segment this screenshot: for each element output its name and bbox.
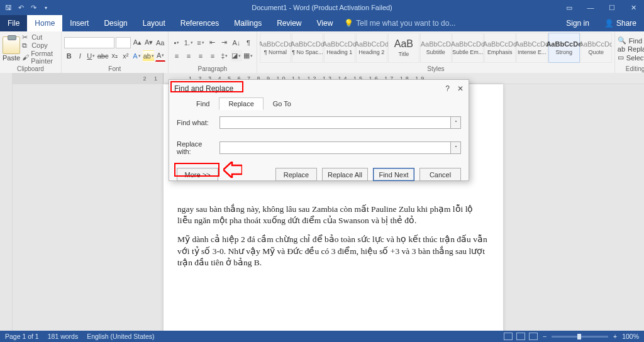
highlight-button[interactable]: ab — [143, 50, 154, 62]
copy-button[interactable]: ⧉Copy — [22, 41, 58, 49]
cancel-button[interactable]: Cancel — [419, 168, 461, 181]
group-label-styles: Styles — [260, 65, 612, 73]
style-chip[interactable]: AaBbCcDdQuote — [580, 33, 612, 63]
select-button[interactable]: ▭Select▾ — [618, 53, 644, 62]
sign-in-link[interactable]: Sign in — [558, 19, 597, 28]
tab-mailings[interactable]: Mailings — [226, 15, 269, 31]
minimize-button[interactable]: — — [580, 0, 601, 15]
share-button[interactable]: 👤Share — [597, 19, 644, 28]
replace-all-button[interactable]: Replace All — [322, 168, 368, 181]
replace-with-input[interactable] — [219, 141, 451, 154]
bullets-button[interactable]: • — [171, 37, 182, 48]
find-dropdown[interactable]: ˅ — [451, 116, 461, 129]
subscript-button[interactable]: x₂ — [110, 50, 120, 62]
dialog-titlebar[interactable]: Find and Replace ? ✕ — [169, 80, 469, 97]
tab-review[interactable]: Review — [269, 15, 309, 31]
paragraph-text[interactable]: Mỹ dành cả hiệp 2 đá cầm chừng chỉ để bả… — [177, 234, 489, 268]
style-chip[interactable]: AaBTitle — [388, 33, 419, 63]
replace-action-button[interactable]: Replace — [275, 168, 317, 181]
read-mode-icon[interactable] — [504, 333, 513, 340]
style-chip[interactable]: AaBbCcDd¶ No Spac... — [292, 33, 323, 63]
maximize-button[interactable]: ☐ — [601, 0, 623, 15]
align-right-button[interactable]: ≡ — [195, 50, 206, 62]
text-effects-button[interactable]: A — [132, 50, 142, 62]
styles-gallery[interactable]: AaBbCcDd¶ NormalAaBbCcDd¶ No Spac...AaBb… — [260, 33, 612, 63]
style-chip[interactable]: AaBbCcDd¶ Normal — [260, 33, 291, 63]
zoom-slider[interactable] — [552, 336, 608, 338]
style-chip[interactable]: AaBbCcDdSubtle Em... — [452, 33, 484, 63]
font-color-button[interactable]: A — [155, 50, 165, 62]
tell-me-search[interactable]: 💡 Tell me what you want to do... — [344, 15, 455, 31]
replace-button[interactable]: abReplace — [618, 45, 644, 53]
align-left-button[interactable]: ≡ — [171, 50, 182, 62]
zoom-level[interactable]: 100% — [622, 333, 639, 340]
strikethrough-button[interactable]: abc — [97, 50, 109, 62]
status-words[interactable]: 181 words — [48, 333, 78, 340]
shrink-font-button[interactable]: A▾ — [144, 37, 154, 48]
borders-button[interactable]: ▦ — [243, 50, 254, 62]
style-chip[interactable]: AaBbCcDdEmphasis — [484, 33, 516, 63]
document-area[interactable]: 2 1 1 2 3 4 5 6 7 8 9 10 11 12 13 14 15 … — [13, 73, 644, 331]
save-icon[interactable]: 🖫 — [4, 3, 13, 12]
help-icon[interactable]: ? — [445, 84, 450, 93]
tab-view[interactable]: View — [309, 15, 341, 31]
tab-home[interactable]: Home — [27, 15, 62, 31]
tab-references[interactable]: References — [173, 15, 226, 31]
ribbon-options-icon[interactable]: ▭ — [558, 0, 580, 15]
paragraph-text[interactable]: ngay sau bàn thắng này, không lâu sau Za… — [177, 204, 489, 226]
format-painter-button[interactable]: 🖌Format Painter — [22, 50, 58, 65]
status-language[interactable]: English (United States) — [87, 333, 154, 340]
multilevel-button[interactable]: ≡ — [195, 37, 206, 48]
qat-customize-icon[interactable]: ▾ — [42, 3, 50, 12]
justify-button[interactable]: ≡ — [207, 50, 218, 62]
style-chip[interactable]: AaBbCcDdIntense E... — [516, 33, 548, 63]
show-marks-button[interactable]: ¶ — [243, 37, 254, 48]
more-button[interactable]: More >> — [177, 168, 218, 181]
find-next-button[interactable]: Find Next — [373, 168, 414, 181]
find-label: Find — [629, 37, 642, 45]
numbering-button[interactable]: 1. — [183, 37, 194, 48]
superscript-button[interactable]: x² — [121, 50, 131, 62]
tab-design[interactable]: Design — [96, 15, 135, 31]
tab-goto-dlg[interactable]: Go To — [264, 97, 301, 110]
font-size-combo[interactable] — [116, 37, 131, 48]
grow-font-button[interactable]: A▴ — [132, 37, 142, 48]
undo-icon[interactable]: ↶ — [16, 3, 25, 12]
replace-dropdown[interactable]: ˅ — [451, 141, 461, 154]
align-center-button[interactable]: ≡ — [183, 50, 194, 62]
underline-button[interactable]: U — [86, 50, 96, 62]
style-chip[interactable]: AaBbCcDSubtitle — [420, 33, 452, 63]
redo-icon[interactable]: ↷ — [29, 3, 38, 12]
paste-button[interactable]: Paste — [3, 36, 20, 62]
increase-indent-button[interactable]: ⇥ — [219, 37, 230, 48]
decrease-indent-button[interactable]: ⇤ — [207, 37, 218, 48]
italic-button[interactable]: I — [75, 50, 85, 62]
tab-find-dlg[interactable]: Find — [187, 97, 219, 110]
find-what-input[interactable] — [219, 116, 451, 129]
tab-file[interactable]: File — [0, 15, 27, 31]
tab-insert[interactable]: Insert — [62, 15, 96, 31]
font-family-combo[interactable] — [64, 37, 115, 48]
web-layout-icon[interactable] — [529, 333, 538, 340]
style-chip[interactable]: AaBbCcDdHeading 1 — [324, 33, 355, 63]
style-chip[interactable]: AaBbCcDdHeading 2 — [356, 33, 387, 63]
line-spacing-button[interactable]: ‡ — [219, 50, 230, 62]
zoom-in-button[interactable]: + — [613, 333, 617, 340]
bold-button[interactable]: B — [64, 50, 74, 62]
find-button[interactable]: 🔍Find▾ — [618, 36, 644, 45]
close-button[interactable]: ✕ — [623, 0, 644, 15]
style-chip[interactable]: AaBbCcDcStrong — [548, 33, 580, 63]
shading-button[interactable]: ◪ — [231, 50, 242, 62]
zoom-out-button[interactable]: − — [543, 333, 547, 340]
tab-layout[interactable]: Layout — [135, 15, 173, 31]
sort-button[interactable]: A↓ — [231, 37, 242, 48]
cut-button[interactable]: ✂Cut — [22, 33, 58, 41]
status-page[interactable]: Page 1 of 1 — [5, 333, 39, 340]
change-case-button[interactable]: Aa — [155, 37, 165, 48]
tab-replace-dlg[interactable]: Replace — [219, 97, 263, 110]
ruler-left: 2 1 — [13, 73, 164, 84]
group-paragraph: • 1. ≡ ⇤ ⇥ A↓ ¶ ≡ ≡ ≡ ≡ ‡ ◪ ▦ Paragraph — [169, 31, 257, 74]
print-layout-icon[interactable] — [516, 333, 525, 340]
close-icon[interactable]: ✕ — [457, 84, 464, 93]
cut-label: Cut — [31, 33, 42, 41]
